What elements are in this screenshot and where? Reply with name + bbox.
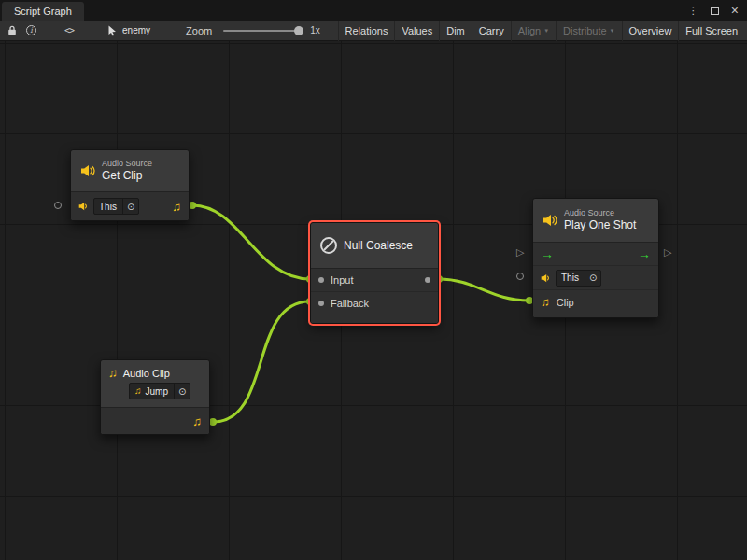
close-icon[interactable]: ×: [731, 4, 739, 17]
menu-icon[interactable]: ⋮: [688, 6, 698, 16]
window-controls: ⋮ ×: [688, 0, 747, 21]
tab-script-graph[interactable]: Script Graph: [2, 2, 84, 21]
note-icon-small: ♫: [134, 386, 142, 396]
node-audio-clip[interactable]: ♫ Audio Clip ♫ Jump ⊙ ♫: [100, 359, 210, 435]
node-audio-clip-header: ♫ Audio Clip ♫ Jump ⊙: [101, 360, 209, 407]
zoom-slider-handle[interactable]: [294, 26, 303, 35]
node-title: Audio Clip: [123, 368, 170, 379]
node-title: Play One Shot: [564, 218, 636, 232]
code-icon[interactable]: <>: [64, 21, 74, 41]
wire-audioclip-to-fallback[interactable]: [213, 301, 310, 422]
maximize-icon[interactable]: [711, 7, 719, 15]
node-play-one-shot-header: Audio Source Play One Shot: [533, 199, 658, 242]
toolbar-button-align[interactable]: Align▼: [511, 21, 556, 41]
toolbar-button-values[interactable]: Values: [394, 21, 439, 41]
audio-clip-value-dropdown[interactable]: ♫ Jump ⊙: [129, 383, 190, 399]
input-port-dot[interactable]: [318, 277, 324, 283]
toolbar-button-carry[interactable]: Carry: [472, 21, 511, 41]
toolbar-button-relations[interactable]: Relations: [338, 21, 395, 41]
audio-source-icon-small: [541, 273, 551, 283]
output-port-dot[interactable]: [425, 277, 430, 283]
object-picker-icon[interactable]: ⊙: [174, 384, 190, 399]
audio-clip-port-icon: ♫: [172, 201, 181, 213]
toolbar-button-overview[interactable]: Overview: [622, 21, 679, 41]
node-get-clip-header: Audio Source Get Clip: [71, 150, 189, 191]
wire-getclip-to-input[interactable]: [192, 205, 310, 279]
script-graph-window: Script Graph ⋮ × i <> enemy Zoom: [0, 0, 747, 560]
zoom-slider[interactable]: [223, 30, 302, 32]
port-audioclip-output[interactable]: [209, 418, 217, 426]
audio-source-icon-small: [78, 202, 89, 211]
port-playoneshot-flow-in[interactable]: ▷: [516, 247, 524, 258]
port-playoneshot-target-input[interactable]: [516, 273, 524, 280]
toolbar-button-distribute[interactable]: Distribute▼: [556, 21, 621, 41]
port-playoneshot-flow-out[interactable]: ▷: [664, 247, 671, 258]
flow-in-arrow-icon[interactable]: →: [541, 247, 554, 260]
port-getclip-output[interactable]: [189, 202, 196, 209]
tab-title: Script Graph: [14, 6, 72, 17]
node-category: Audio Source: [564, 208, 636, 218]
cursor-icon: [107, 25, 118, 36]
node-play-one-shot[interactable]: Audio Source Play One Shot → → This: [532, 198, 659, 318]
port-label-clip: Clip: [557, 297, 574, 308]
info-icon[interactable]: i: [26, 21, 36, 41]
audio-clip-icon: ♫: [108, 367, 118, 379]
port-label-fallback: Fallback: [331, 298, 369, 309]
audio-clip-output-icon: ♫: [192, 415, 202, 427]
node-null-coalesce-header: Null Coalesce: [311, 223, 438, 268]
zoom-value: 1x: [310, 25, 320, 35]
node-category: Audio Source: [102, 159, 152, 169]
fallback-port-dot[interactable]: [318, 301, 324, 306]
flow-out-arrow-icon[interactable]: →: [638, 247, 651, 260]
graph-toolbar: i <> enemy Zoom 1x Relations Values Dim …: [0, 21, 747, 41]
toolbar-button-fullscreen[interactable]: Full Screen: [678, 21, 747, 41]
null-coalesce-icon: [320, 237, 337, 254]
node-title: Null Coalesce: [344, 239, 413, 252]
dropdown-caret-icon: ▼: [610, 28, 615, 34]
wire-nullcoalesce-to-clip[interactable]: [439, 279, 529, 301]
object-picker-icon[interactable]: ⊙: [585, 271, 600, 286]
graph-owner-label: enemy: [122, 25, 150, 35]
toolbar-button-dim[interactable]: Dim: [439, 21, 472, 41]
graph-canvas[interactable]: ▷ ▷ Audio Source Get Clip: [0, 41, 747, 560]
node-get-clip[interactable]: Audio Source Get Clip This ⊙ ♫: [70, 149, 190, 221]
zoom-label: Zoom: [186, 25, 212, 36]
target-object-dropdown[interactable]: This ⊙: [93, 198, 139, 215]
node-title: Get Clip: [102, 169, 152, 183]
target-object-dropdown[interactable]: This ⊙: [556, 270, 601, 287]
audio-source-icon: [543, 214, 557, 227]
dropdown-caret-icon: ▼: [543, 28, 549, 34]
port-getclip-target-input[interactable]: [54, 202, 62, 209]
object-picker-icon[interactable]: ⊙: [122, 199, 138, 214]
title-bar: Script Graph ⋮ ×: [0, 0, 747, 21]
node-null-coalesce[interactable]: Null Coalesce Input Fallback: [310, 222, 439, 324]
graph-owner-button[interactable]: enemy: [107, 25, 150, 36]
port-label-input: Input: [331, 274, 353, 286]
audio-source-icon: [80, 164, 95, 177]
lock-icon[interactable]: [7, 21, 17, 41]
clip-port-icon: ♫: [541, 296, 550, 308]
